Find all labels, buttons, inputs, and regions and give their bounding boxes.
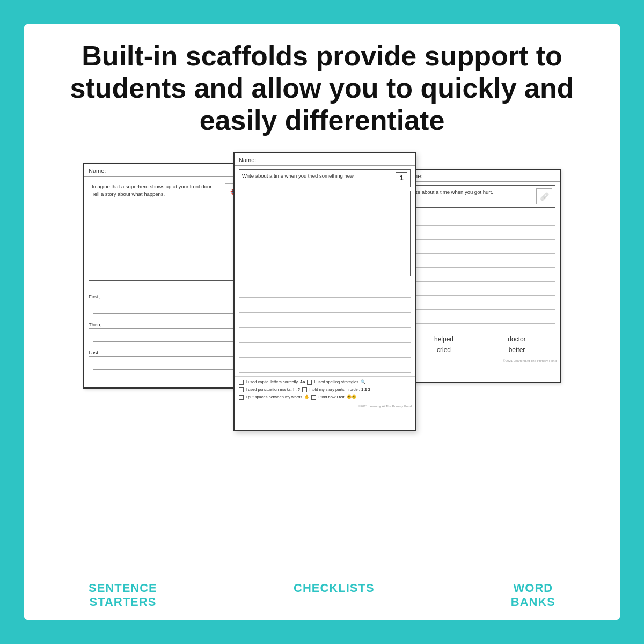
ws-center-line-1 xyxy=(239,283,411,298)
ws-right-prompt-box: Write about a time when you got hurt. 🩹 xyxy=(405,185,555,208)
bottom-labels: SENTENCESTARTERS CHECKLISTS WORDBANKS xyxy=(46,578,598,609)
ws-center-line-5 xyxy=(239,343,411,358)
ws-right-line-7 xyxy=(405,297,555,310)
checkbox-6 xyxy=(311,395,316,400)
worksheets-area: Name: Imagine that a superhero shows up … xyxy=(46,152,598,576)
ws-center-badge: 1 xyxy=(396,172,407,184)
check-label-6: I told how I felt. 😊😢 xyxy=(318,394,356,400)
check-label-4: I told my story parts in order. 1 2 3 xyxy=(309,386,370,393)
ws-center-checklist: I used capital letters correctly. Aa I u… xyxy=(235,376,415,404)
word-helped: helped xyxy=(409,335,478,343)
checkbox-2 xyxy=(307,380,312,385)
ws-right-line-5 xyxy=(405,269,555,282)
ws-check-row-3: I put spaces between my words. ✋ I told … xyxy=(239,394,411,400)
ws-left-name: Name: xyxy=(84,164,248,177)
ws-left-blank-3 xyxy=(93,358,240,370)
ws-check-row-2: I used punctuation marks. ! , ? I told m… xyxy=(239,386,411,393)
check-label-5: I put spaces between my words. ✋ xyxy=(246,394,309,400)
ws-left-prompt-text: Imagine that a superhero shows up at you… xyxy=(92,183,222,197)
ws-right-line-4 xyxy=(405,255,555,268)
inner-white: Built-in scaffolds provide support to st… xyxy=(24,24,620,620)
ws-right-line-6 xyxy=(405,283,555,296)
ws-check-row-1: I used capital letters correctly. Aa I u… xyxy=(239,379,411,385)
outer-border: Built-in scaffolds provide support to st… xyxy=(16,16,628,628)
ws-right-upper-lines xyxy=(401,211,560,327)
worksheet-center: Name: Write about a time when you tried … xyxy=(233,152,416,431)
ws-left-drawing-box xyxy=(89,206,244,281)
headline: Built-in scaffolds provide support to st… xyxy=(46,40,598,136)
ws-center-line-3 xyxy=(239,313,411,328)
ws-center-drawing-box xyxy=(239,191,411,276)
ws-left-lines: First, Then, Last, xyxy=(84,283,248,370)
check-label-2: I used spelling strategies. 🔍 xyxy=(314,379,365,385)
label-word-banks: WORDBANKS xyxy=(511,581,555,609)
ws-center-prompt-text: Write about a time when you tried someth… xyxy=(242,172,396,179)
ws-left-prompt-box: Imagine that a superhero shows up at you… xyxy=(89,180,244,202)
ws-center-line-2 xyxy=(239,298,411,313)
checkbox-4 xyxy=(302,387,307,392)
ws-center-line-4 xyxy=(239,328,411,343)
worksheet-left: Name: Imagine that a superhero shows up … xyxy=(83,163,250,389)
ws-right-word-bank: helped doctor cried better xyxy=(401,331,560,358)
ws-right-prompt-text: Write about a time when you got hurt. xyxy=(408,188,533,195)
ws-center-copyright: ©2021 Learning At The Primary Pond xyxy=(235,404,415,409)
check-label-1: I used capital letters correctly. Aa xyxy=(246,379,305,385)
checkbox-1 xyxy=(239,380,244,385)
ws-center-name: Name: xyxy=(235,153,415,166)
ws-right-icon: 🩹 xyxy=(536,188,552,204)
check-label-3: I used punctuation marks. ! , ? xyxy=(246,386,300,393)
word-cried: cried xyxy=(409,346,478,354)
ws-left-line-then: Then, xyxy=(89,314,244,329)
word-better: better xyxy=(482,346,551,354)
ws-right-name: Name: xyxy=(401,170,560,182)
ws-center-lines xyxy=(235,279,415,373)
ws-center-prompt-box: Write about a time when you tried someth… xyxy=(239,169,411,187)
ws-right-copyright: ©2021 Learning At The Primary Pond xyxy=(401,358,560,363)
checkbox-5 xyxy=(239,395,244,400)
label-checklists: CHECKLISTS xyxy=(294,581,375,609)
ws-right-line-2 xyxy=(405,227,555,240)
checkbox-3 xyxy=(239,387,244,392)
word-doctor: doctor xyxy=(482,335,551,343)
ws-left-line-first: First, xyxy=(89,286,244,301)
ws-left-blank-1 xyxy=(93,302,240,314)
label-sentence-starters: SENTENCESTARTERS xyxy=(89,581,157,609)
ws-right-line-8 xyxy=(405,311,555,324)
ws-right-line-3 xyxy=(405,241,555,254)
ws-left-line-last: Last, xyxy=(89,342,244,357)
ws-right-line-1 xyxy=(405,213,555,226)
ws-center-line-6 xyxy=(239,358,411,373)
worksheet-right: Name: Write about a time when you got hu… xyxy=(400,169,561,383)
ws-left-blank-2 xyxy=(93,330,240,342)
